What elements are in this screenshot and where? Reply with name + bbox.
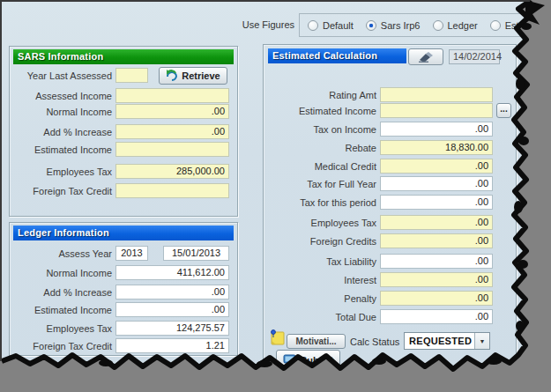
screenshot-canvas: Use Figures DefaultSars Irp6LedgerEstima… — [0, 0, 551, 392]
ledger-information-title: Ledger Information — [18, 227, 109, 238]
field-row: Estimated Income.00 — [11, 302, 235, 317]
field-input[interactable] — [115, 68, 148, 83]
field-input[interactable]: .00 — [380, 233, 493, 248]
field-row: Add % Increase.00 — [11, 285, 235, 300]
eraser-icon — [417, 52, 435, 63]
field-input[interactable]: .00 — [380, 215, 493, 230]
field-label: Penalty — [265, 293, 376, 304]
estimated-calculation-header: Estimated Calculation — [268, 48, 406, 63]
field-label: Estimated Income — [265, 106, 376, 116]
field-label: Total Due — [265, 312, 376, 322]
radio-circle-icon[interactable] — [308, 20, 318, 31]
sars-information-header: SARS Information — [13, 49, 234, 64]
submit-button-label: Submit — [301, 355, 333, 366]
field-input[interactable]: .00 — [380, 195, 493, 210]
field-input[interactable]: .00 — [115, 285, 229, 300]
submit-button[interactable]: Submit — [276, 350, 340, 370]
retrieve-icon — [166, 70, 178, 81]
submit-icon — [283, 354, 297, 366]
field-row: Normal Income411,612.00 — [11, 265, 235, 280]
field-row: Assess Year201315/01/2013 — [11, 246, 235, 261]
field-row: Tax on Income.00 — [265, 122, 514, 137]
radio-sars-irp6[interactable]: Sars Irp6 — [366, 20, 421, 31]
field-input[interactable]: .00 — [380, 176, 493, 191]
field-row: Employees Tax124,275.57 — [11, 321, 235, 336]
field-input[interactable]: 1.21 — [115, 338, 229, 353]
radio-ledger[interactable]: Ledger — [433, 20, 478, 31]
field-input[interactable] — [115, 183, 229, 198]
field-input[interactable]: .00 — [380, 309, 493, 324]
field-input[interactable]: .00 — [380, 254, 493, 269]
field-input[interactable]: .00 — [115, 302, 229, 317]
calc-status-value: REQUESTED — [405, 336, 474, 346]
ledger-information-header: Ledger Information — [13, 226, 234, 240]
field-row: Assessed Income — [11, 88, 235, 103]
retrieve-button[interactable]: Retrieve — [159, 67, 227, 85]
field-input[interactable]: .00 — [380, 291, 493, 306]
radio-label: Default — [323, 20, 354, 31]
calc-status-dropdown[interactable]: REQUESTED ▼ — [404, 332, 490, 350]
clear-calculation-button[interactable] — [408, 48, 443, 65]
field-row: Year Last AssessedRetrieve — [11, 68, 235, 83]
ledger-information-panel: Ledger Information Assess Year201315/01/… — [9, 222, 238, 356]
radio-default[interactable]: Default — [308, 20, 354, 31]
radio-circle-icon[interactable] — [366, 20, 376, 31]
sars-information-title: SARS Information — [18, 51, 103, 62]
field-label: Employees Tax — [11, 323, 112, 334]
radio-label: Sars Irp6 — [381, 20, 421, 31]
field-input[interactable]: .00 — [380, 122, 493, 137]
radio-label: Ledger — [448, 20, 478, 31]
lookup-ellipsis-button[interactable]: ... — [496, 103, 511, 118]
field-row: Tax for this period.00 — [265, 195, 514, 210]
field-row: Employees Tax.00 — [265, 215, 514, 230]
field-input[interactable]: 411,612.00 — [115, 265, 229, 280]
field-label: Employees Tax — [11, 166, 112, 177]
field-label: Add % Increase — [11, 287, 112, 298]
field-label: Normal Income — [11, 268, 112, 278]
radio-label: Estimate — [505, 20, 543, 31]
field-input[interactable] — [380, 103, 493, 118]
field-row: Estimated Income... — [265, 103, 514, 118]
field-input[interactable]: .00 — [115, 104, 229, 119]
field-label: Assess Year — [11, 248, 112, 259]
motivation-button[interactable]: Motivati... — [287, 334, 346, 349]
radio-estimate[interactable]: Estimate — [490, 20, 543, 31]
field-label: Interest — [265, 275, 376, 285]
field-input[interactable] — [380, 87, 493, 102]
field-label: Employees Tax — [265, 218, 376, 228]
field-row: Interest.00 — [265, 272, 514, 287]
field-label: Tax for Full Year — [265, 179, 376, 189]
field-input[interactable] — [115, 142, 229, 157]
calculation-date-field: 14/02/2014 — [449, 49, 500, 64]
field-label: Year Last Assessed — [11, 70, 112, 81]
field-row: Estimated Income — [11, 142, 235, 157]
sars-information-panel: SARS Information Year Last AssessedRetri… — [9, 46, 238, 217]
field-input[interactable]: 2013 — [115, 246, 148, 261]
assess-date-field[interactable]: 15/01/2013 — [163, 246, 229, 261]
field-input[interactable]: .00 — [380, 159, 493, 174]
field-row: Foreign Tax Credit1.21 — [11, 338, 235, 353]
field-row: Tax for Full Year.00 — [265, 176, 514, 191]
field-input[interactable]: 124,275.57 — [115, 321, 229, 336]
field-row: Employees Tax285,000.00 — [11, 164, 235, 179]
field-input[interactable]: .00 — [115, 124, 229, 139]
motivation-note-icon — [269, 329, 286, 349]
use-figures-group: DefaultSars Irp6LedgerEstimate — [299, 13, 525, 37]
field-input[interactable]: 18,830.00 — [380, 140, 493, 155]
use-figures-label: Use Figures — [213, 19, 294, 30]
field-input[interactable] — [115, 88, 229, 103]
estimated-calculation-title: Estimated Calculation — [272, 50, 377, 61]
field-input[interactable]: 285,000.00 — [115, 164, 229, 179]
field-label: Tax for this period — [265, 197, 376, 208]
field-label: Medical Credit — [265, 161, 376, 172]
field-row: Add % Increase.00 — [11, 124, 235, 139]
radio-circle-icon[interactable] — [433, 20, 443, 31]
field-label: Rating Amt — [265, 90, 376, 100]
field-input[interactable]: .00 — [380, 272, 493, 287]
field-row: Foreign Tax Credit — [11, 183, 235, 198]
chevron-down-icon[interactable]: ▼ — [474, 333, 489, 349]
field-label: Tax on Income — [265, 124, 376, 135]
field-row: Tax Liability.00 — [265, 254, 514, 269]
field-row: Rebate18,830.00 — [265, 140, 514, 155]
radio-circle-icon[interactable] — [490, 20, 501, 31]
